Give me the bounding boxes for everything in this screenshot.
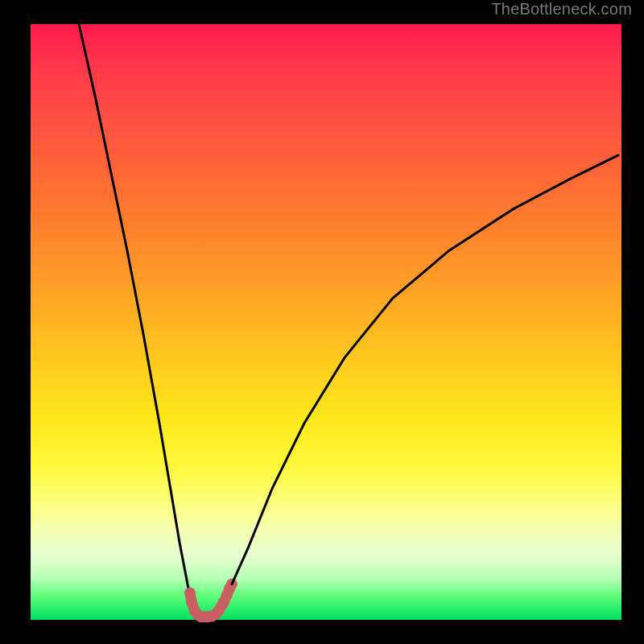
bottleneck-curve xyxy=(31,24,621,620)
left-branch-path xyxy=(79,24,192,602)
right-branch-path xyxy=(232,155,618,584)
outer-frame: TheBottleneck.com xyxy=(0,0,644,644)
watermark-text: TheBottleneck.com xyxy=(491,0,632,19)
